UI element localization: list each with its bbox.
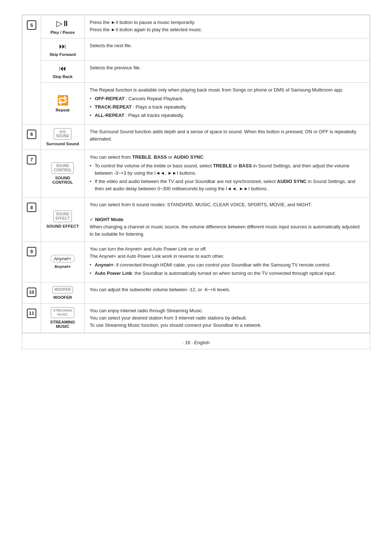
row-num-9: 9 [23,241,41,282]
icon-cell-anynet: Anynet+ Anynet+ [41,241,85,282]
icon-cell-skip-back: ⏮ Skip Back [41,61,85,83]
desc-skip-back-text: Selects the previous file. [90,65,141,70]
anynet-icon: Anynet+ [50,255,74,263]
icon-cell-surround: ((•))SOUND Surround Sound [41,124,85,150]
bullet-auto-power-link: Auto Power Link: the Soundbar is automat… [90,270,364,277]
icon-cell-woofer: WOOFER WOOFER [41,282,85,303]
bullet-anynet-hdmi: Anynet+: if connected through HDMI cable… [90,261,364,269]
sound-control-bullets: To control the volume of the treble or b… [90,162,364,193]
icon-label-play-pause: Play / Pause [43,30,82,34]
desc-skip-forward: Selects the next file. [85,38,370,61]
number-badge: 5 [27,20,36,30]
footer-text: · 16 · English [182,340,209,345]
night-mode-desc: When changing a channel or music source,… [90,224,360,237]
desc-sound-effect: You can select from 6 sound modes: STAND… [85,198,370,242]
icon-cell-sound-effect: SOUNDEFFECT SOUND EFFECT [41,198,85,242]
desc-streaming: You can enjoy internet radio through Str… [85,303,370,333]
icon-cell-skip-forward: ⏭ Skip Forward [41,38,85,61]
icon-label-sound-effect: SOUND EFFECT [43,224,82,228]
desc-line-1: Press the ►II button to pause a music te… [90,20,195,25]
table-row-repeat: 🔁 Repeat The Repeat function is availabl… [23,83,370,125]
desc-repeat-main: The Repeat function is available only wh… [90,87,343,93]
desc-surround: The Surround Sound function adds depth a… [85,124,370,150]
desc-streaming-line-2: You can select your desired station from… [90,315,247,321]
row-num-8: 8 [23,198,41,242]
desc-anynet-intro: You can turn the Anynet+ and Auto Power … [90,246,224,259]
table-row-woofer: 10 WOOFER WOOFER You can adjust the subw… [23,282,370,303]
icon-label-anynet: Anynet+ [43,264,82,269]
desc-woofer: You can adjust the subwoofer volume betw… [85,282,370,303]
desc-streaming-line-3: To use Streaming Music function, you sho… [90,322,262,328]
bullet-audio-sync: If the video and audio between the TV an… [90,178,364,192]
number-badge: 9 [27,247,36,256]
desc-surround-text: The Surround Sound function adds depth a… [90,129,356,142]
night-mode-label: ✓ NIGHT Mode [90,217,123,222]
icon-label-woofer: WOOFER [43,295,82,300]
page-footer: · 16 · English [22,333,370,349]
skip-back-icon: ⏮ [59,64,66,72]
icon-label-skip-back: Skip Back [43,74,82,79]
desc-play-pause: Press the ►II button to pause a music te… [85,15,370,38]
row-num-10: 10 [23,282,41,303]
play-pause-icon: ▷⏸ [56,19,69,28]
bullet-off-repeat: OFF-REPEAT : Cancels Repeat Playback. [90,95,364,102]
desc-sound-control-intro: You can select from TREBLE, BASS or AUDI… [90,154,205,160]
desc-sound-effect-main: You can select from 6 sound modes: STAND… [90,202,312,207]
bullet-all-repeat: ALL-REPEAT : Plays all tracks repeatedly… [90,112,364,119]
woofer-icon: WOOFER [52,286,73,293]
icon-label-streaming: STREAMINGMUSIC [43,320,82,329]
streaming-music-icon: STREAMINGMUSIC [51,307,75,318]
desc-streaming-line-1: You can enjoy internet radio through Str… [90,308,203,313]
row-num-5: 5 [23,15,41,125]
number-badge: 6 [27,130,36,139]
icon-cell-repeat: 🔁 Repeat [41,83,85,125]
icon-cell-streaming: STREAMINGMUSIC STREAMINGMUSIC [41,303,85,333]
icon-cell-sound-control: SOUNDCONTROL SOUNDCONTROL [41,150,85,198]
icon-label-surround: Surround Sound [43,142,82,146]
icon-cell-play-pause: ▷⏸ Play / Pause [41,15,85,38]
table-row-surround: 6 ((•))SOUND Surround Sound The Surround… [23,124,370,150]
desc-skip-fwd-text: Selects the next file. [90,43,132,48]
bullet-track-repeat: TRACK-REPEAT : Plays a track repeatedly. [90,103,364,111]
skip-forward-icon: ⏭ [59,42,66,50]
desc-skip-back: Selects the previous file. [85,61,370,83]
desc-repeat: The Repeat function is available only wh… [85,83,370,125]
number-badge: 10 [27,288,36,297]
row-num-6: 6 [23,124,41,150]
anynet-bullets: Anynet+: if connected through HDMI cable… [90,261,364,277]
table-row-streaming: 11 STREAMINGMUSIC STREAMINGMUSIC You can… [23,303,370,333]
main-table: 5 ▷⏸ Play / Pause Press the ►II button t… [22,15,370,333]
row-num-7: 7 [23,150,41,198]
desc-anynet: You can turn the Anynet+ and Auto Power … [85,241,370,282]
table-row-skip-back: ⏮ Skip Back Selects the previous file. [23,61,370,83]
desc-sound-control: You can select from TREBLE, BASS or AUDI… [85,150,370,198]
desc-woofer-text: You can adjust the subwoofer volume betw… [90,287,230,292]
icon-label-repeat: Repeat [43,108,82,112]
surround-sound-icon: ((•))SOUND [54,128,71,140]
table-row-anynet: 9 Anynet+ Anynet+ You can turn the Anyne… [23,241,370,282]
icon-label-sound-control: SOUNDCONTROL [43,176,82,184]
number-badge: 11 [27,309,36,318]
sound-control-icon: SOUNDCONTROL [52,162,74,174]
bullet-treble-bass: To control the volume of the treble or b… [90,162,364,177]
table-row-sound-control: 7 SOUNDCONTROL SOUNDCONTROL You can sele… [23,150,370,198]
table-row: 5 ▷⏸ Play / Pause Press the ►II button t… [23,15,370,38]
number-badge: 8 [27,203,36,212]
page: 5 ▷⏸ Play / Pause Press the ►II button t… [22,15,370,349]
repeat-icon: 🔁 [57,95,69,106]
repeat-bullets: OFF-REPEAT : Cancels Repeat Playback. TR… [90,95,364,119]
desc-line-2: Press the ►II button again to play the s… [90,27,203,32]
table-row-sound-effect: 8 SOUNDEFFECT SOUND EFFECT You can selec… [23,198,370,242]
table-row-skip-fwd: ⏭ Skip Forward Selects the next file. [23,38,370,61]
number-badge: 7 [27,155,36,164]
row-num-11: 11 [23,303,41,333]
sound-effect-icon: SOUNDEFFECT [53,211,72,222]
icon-label-skip-forward: Skip Forward [43,52,82,57]
